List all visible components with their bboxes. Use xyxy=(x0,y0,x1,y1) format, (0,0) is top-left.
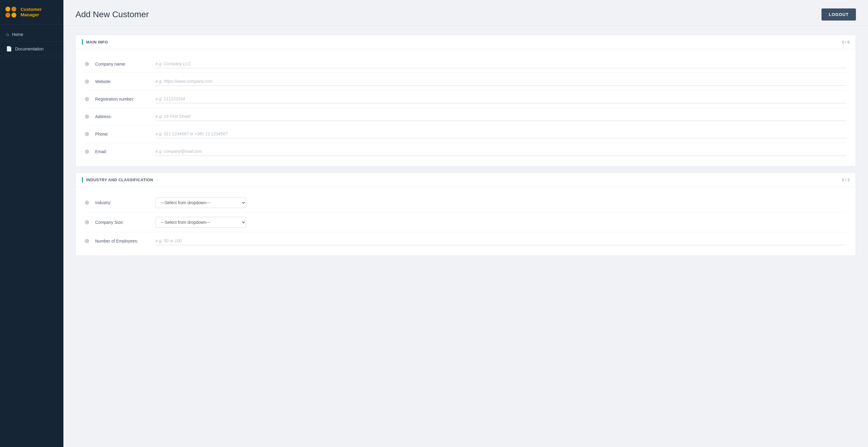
label-address: Address: xyxy=(95,114,156,119)
row-indicator-phone xyxy=(85,132,89,136)
form-row-email: Email: xyxy=(85,143,846,160)
section-main-info: MAIN INFO 0 / 6 Company name: Website: xyxy=(75,35,856,166)
sidebar-item-home-label: Home xyxy=(12,32,23,37)
section-main-info-title: MAIN INFO xyxy=(82,39,108,45)
input-wrap-num-employees xyxy=(156,236,846,245)
label-company-name: Company name: xyxy=(95,62,156,66)
input-wrap-company-name xyxy=(156,60,846,68)
row-indicator-email xyxy=(85,150,89,154)
section-industry-header: INDUSTRY AND CLASSIFICATION 0 / 3 xyxy=(76,173,856,187)
num-employees-input[interactable] xyxy=(156,236,846,245)
app-logo: CustomerManager xyxy=(0,0,63,25)
row-indicator-website xyxy=(85,79,89,84)
section-main-info-header: MAIN INFO 0 / 6 xyxy=(76,35,856,49)
phone-input[interactable] xyxy=(156,130,846,138)
section-accent-industry xyxy=(82,177,83,183)
input-wrap-email xyxy=(156,147,846,156)
label-email: Email: xyxy=(95,149,156,154)
sidebar-nav: ⌂ Home 📄 Documentation xyxy=(0,28,63,56)
section-industry-count: 0 / 3 xyxy=(842,178,849,182)
content-area: MAIN INFO 0 / 6 Company name: Website: xyxy=(63,26,868,447)
logout-button[interactable]: LOGOUT xyxy=(822,8,856,21)
input-wrap-registration-number xyxy=(156,95,846,103)
form-row-phone: Phone: xyxy=(85,125,846,143)
row-indicator-company-name xyxy=(85,62,89,66)
form-row-address: Address: xyxy=(85,108,846,125)
label-registration-number: Registration number: xyxy=(95,97,156,101)
page-title: Add New Customer xyxy=(75,10,149,19)
sidebar-item-documentation[interactable]: 📄 Documentation xyxy=(0,42,63,56)
input-wrap-phone xyxy=(156,130,846,138)
form-row-website: Website: xyxy=(85,73,846,90)
label-company-size: Company Size: xyxy=(95,220,156,225)
sidebar-item-home[interactable]: ⌂ Home xyxy=(0,28,63,42)
section-accent-main xyxy=(82,39,83,45)
logo-circles xyxy=(5,7,17,18)
sidebar: CustomerManager ⌂ Home 📄 Documentation xyxy=(0,0,63,447)
input-wrap-website xyxy=(156,77,846,86)
industry-select[interactable]: ---Select from dropdown--- xyxy=(156,197,246,208)
form-row-industry: Industry: ---Select from dropdown--- xyxy=(85,193,846,213)
label-website: Website: xyxy=(95,79,156,84)
header: Add New Customer LOGOUT xyxy=(63,0,868,26)
section-main-info-body: Company name: Website: Registration numb… xyxy=(76,49,856,166)
row-indicator-registration-number xyxy=(85,97,89,101)
home-icon: ⌂ xyxy=(6,32,9,37)
company-size-select[interactable]: ---Select from dropdown--- xyxy=(156,217,246,228)
input-wrap-address xyxy=(156,112,846,121)
row-indicator-industry xyxy=(85,200,89,205)
form-row-num-employees: Number of Employees: xyxy=(85,232,846,250)
logo-circle-3 xyxy=(5,13,10,18)
form-row-company-name: Company name: xyxy=(85,55,846,73)
row-indicator-num-employees xyxy=(85,239,89,243)
row-indicator-company-size xyxy=(85,220,89,224)
logo-circle-1 xyxy=(5,7,10,11)
sidebar-item-documentation-label: Documentation xyxy=(15,46,43,51)
form-row-company-size: Company Size: ---Select from dropdown--- xyxy=(85,213,846,232)
section-industry-title: INDUSTRY AND CLASSIFICATION xyxy=(82,177,153,183)
section-main-info-count: 0 / 6 xyxy=(842,40,849,44)
section-industry-classification: INDUSTRY AND CLASSIFICATION 0 / 3 Indust… xyxy=(75,172,856,256)
logo-text: CustomerManager xyxy=(21,7,42,18)
address-input[interactable] xyxy=(156,112,846,121)
logo-circle-2 xyxy=(11,7,16,11)
registration-number-input[interactable] xyxy=(156,95,846,103)
label-phone: Phone: xyxy=(95,132,156,136)
company-name-input[interactable] xyxy=(156,60,846,68)
section-industry-body: Industry: ---Select from dropdown--- Com… xyxy=(76,187,856,256)
label-industry: Industry: xyxy=(95,200,156,205)
logo-circle-4 xyxy=(11,13,16,18)
input-wrap-company-size: ---Select from dropdown--- xyxy=(156,217,846,228)
doc-icon: 📄 xyxy=(6,46,12,52)
website-input[interactable] xyxy=(156,77,846,86)
row-indicator-address xyxy=(85,115,89,119)
main-content: Add New Customer LOGOUT MAIN INFO 0 / 6 … xyxy=(63,0,868,447)
form-row-registration-number: Registration number: xyxy=(85,90,846,108)
label-num-employees: Number of Employees: xyxy=(95,238,156,244)
input-wrap-industry: ---Select from dropdown--- xyxy=(156,197,846,208)
email-input[interactable] xyxy=(156,147,846,156)
